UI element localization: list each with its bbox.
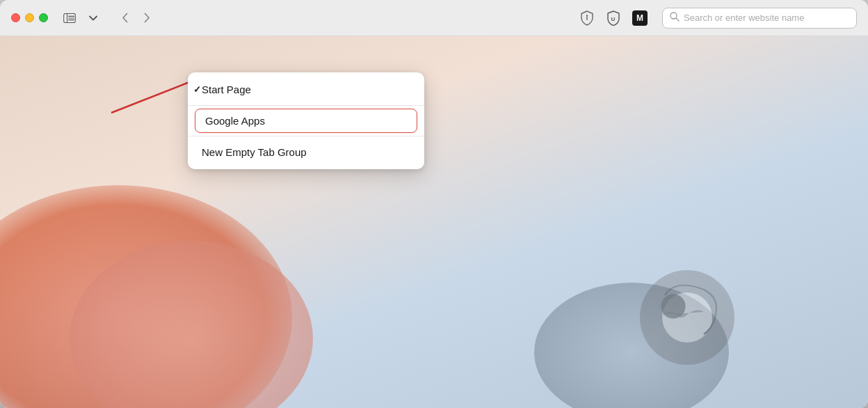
back-arrow-icon bbox=[122, 13, 128, 23]
dropdown-menu: Start Page Google Apps New Empty Tab Gro… bbox=[188, 72, 424, 169]
forward-button[interactable] bbox=[137, 8, 156, 28]
firefox-logo bbox=[632, 262, 743, 373]
back-button[interactable] bbox=[115, 8, 134, 28]
mullvad-icon: M bbox=[632, 10, 648, 26]
menu-divider-2 bbox=[188, 136, 424, 136]
forward-arrow-icon bbox=[144, 13, 150, 23]
sidebar-icon bbox=[63, 13, 76, 23]
svg-text:U: U bbox=[611, 15, 616, 22]
search-bar[interactable]: Search or enter website name bbox=[662, 8, 857, 29]
bitwarden-icon-button[interactable]: U bbox=[604, 8, 623, 28]
shield-icon bbox=[580, 10, 594, 26]
content-area: Start Page Google Apps New Empty Tab Gro… bbox=[0, 36, 868, 408]
maximize-button[interactable] bbox=[39, 13, 48, 22]
menu-item-start-page[interactable]: Start Page bbox=[188, 77, 424, 102]
chevron-down-icon bbox=[89, 15, 97, 21]
browser-background bbox=[0, 36, 868, 408]
menu-divider-1 bbox=[188, 105, 424, 106]
close-button[interactable] bbox=[11, 13, 20, 22]
search-icon bbox=[670, 12, 680, 24]
search-placeholder: Search or enter website name bbox=[684, 13, 804, 23]
menu-item-google-apps[interactable]: Google Apps bbox=[195, 109, 417, 133]
toolbar-icons: U M bbox=[577, 8, 650, 28]
nav-arrows bbox=[115, 8, 156, 28]
mullvad-icon-button[interactable]: M bbox=[630, 8, 650, 28]
bitwarden-icon: U bbox=[606, 10, 620, 26]
toolbar: U M Search or enter website name bbox=[0, 0, 868, 36]
tab-group-dropdown-button[interactable] bbox=[86, 10, 101, 26]
traffic-lights bbox=[11, 13, 48, 22]
shield-icon-button[interactable] bbox=[577, 8, 597, 28]
menu-item-new-empty-tab-group[interactable]: New Empty Tab Group bbox=[188, 139, 424, 165]
browser-window: U M Search or enter website name bbox=[0, 0, 868, 408]
svg-line-9 bbox=[676, 18, 679, 21]
minimize-button[interactable] bbox=[25, 13, 34, 22]
sidebar-toggle-button[interactable] bbox=[59, 9, 80, 27]
